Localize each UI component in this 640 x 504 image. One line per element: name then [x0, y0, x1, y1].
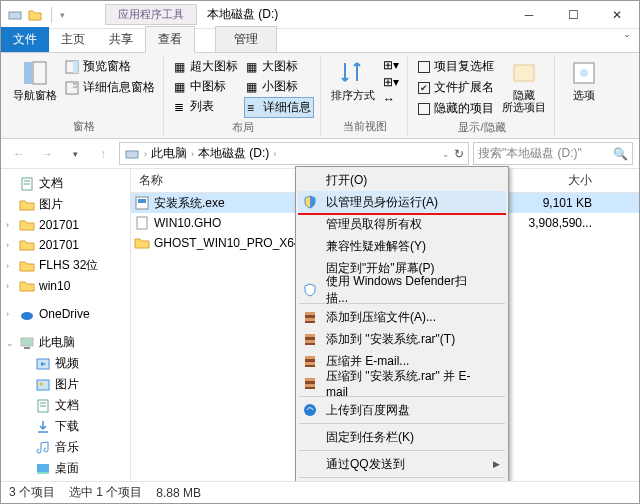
tab-view[interactable]: 查看 [145, 26, 195, 53]
refresh-button[interactable]: ↻ [454, 147, 464, 161]
menu-item[interactable]: 通过QQ发送到▶ [298, 453, 506, 475]
folder-icon [19, 217, 35, 233]
menu-item[interactable]: 打开(O) [298, 169, 506, 191]
options-button[interactable]: 选项 [563, 57, 605, 103]
shield-icon [302, 194, 318, 210]
menu-item[interactable]: 兼容性疑难解答(Y) [298, 235, 506, 257]
layout-details-button[interactable]: ≡详细信息 [244, 97, 314, 118]
addr-dropdown-icon[interactable]: ⌄ [442, 149, 450, 159]
svg-rect-25 [37, 472, 49, 474]
svg-rect-4 [73, 61, 78, 73]
menu-item[interactable]: 固定到任务栏(K) [298, 426, 506, 448]
tree-item[interactable]: ›FLHS 32位 [1, 255, 130, 276]
file-extensions-toggle[interactable]: 文件扩展名 [416, 78, 496, 97]
layout-s-button[interactable]: ▦小图标 [244, 77, 314, 96]
tree-item-label: 下载 [55, 418, 79, 435]
ribbon-collapse-button[interactable]: ˇ [615, 30, 639, 52]
tree-item[interactable]: 音乐 [1, 437, 130, 458]
search-input[interactable]: 搜索"本地磁盘 (D:)" 🔍 [473, 142, 633, 165]
layout-xl-button[interactable]: ▦超大图标 [172, 57, 240, 76]
svg-rect-32 [305, 318, 315, 321]
preview-pane-button[interactable]: 预览窗格 [63, 57, 157, 76]
tree-item[interactable]: ›OneDrive [1, 304, 130, 324]
gho-icon [134, 215, 150, 231]
menu-item[interactable]: 以管理员身份运行(A) [298, 191, 506, 213]
qat-dropdown-icon[interactable]: ▾ [60, 10, 65, 20]
tree-item[interactable]: 图片 [1, 194, 130, 215]
groupby-button[interactable]: ⊞▾ [381, 57, 401, 73]
close-button[interactable]: ✕ [595, 1, 639, 29]
submenu-arrow-icon: ▶ [493, 459, 500, 469]
options-icon [570, 59, 598, 87]
svg-rect-16 [21, 338, 33, 346]
ribbon: 导航窗格 预览窗格 详细信息窗格 窗格 ▦超大图标 ▦中图标 ≣列表 ▦大图标 … [1, 53, 639, 139]
menu-item-label: 固定到任务栏(K) [326, 429, 414, 446]
tab-share[interactable]: 共享 [97, 27, 145, 52]
breadcrumb[interactable]: › 此电脑 › 本地磁盘 (D:) › ⌄ ↻ [119, 142, 469, 165]
tree-item[interactable]: 文档 [1, 173, 130, 194]
navigation-pane-button[interactable]: 导航窗格 [11, 57, 59, 103]
hide-selected-button[interactable]: 隐藏 所选项目 [500, 57, 548, 115]
preview-icon [65, 60, 79, 74]
sizecols-button[interactable]: ↔ [381, 91, 401, 107]
maximize-button[interactable]: ☐ [551, 1, 595, 29]
svg-rect-37 [305, 356, 315, 359]
menu-item[interactable]: 管理员取得所有权 [298, 213, 506, 235]
details-pane-icon [65, 81, 79, 95]
tree-item[interactable]: ⌄此电脑 [1, 332, 130, 353]
baidu-icon [302, 402, 318, 418]
layout-m-button[interactable]: ▦中图标 [172, 77, 240, 96]
menu-item[interactable]: 添加到压缩文件(A)... [298, 306, 506, 328]
tab-manage[interactable]: 管理 [215, 26, 277, 52]
menu-item[interactable]: 使用 Windows Defender扫描... [298, 279, 506, 301]
forward-button[interactable]: → [35, 142, 59, 166]
tree-item-label: OneDrive [39, 307, 90, 321]
layout-l-button[interactable]: ▦大图标 [244, 57, 314, 76]
sort-icon [339, 59, 367, 87]
hidden-items-toggle[interactable]: 隐藏的项目 [416, 99, 496, 118]
recent-button[interactable]: ▾ [63, 142, 87, 166]
address-bar: ← → ▾ ↑ › 此电脑 › 本地磁盘 (D:) › ⌄ ↻ 搜索"本地磁盘 … [1, 139, 639, 169]
svg-rect-35 [305, 340, 315, 343]
folder-tree[interactable]: 文档图片›201701›201701›FLHS 32位›win10›OneDri… [1, 169, 131, 481]
doc-icon [19, 176, 35, 192]
svg-rect-17 [24, 347, 30, 349]
col-size[interactable]: 大小 [521, 172, 601, 189]
addcolumns-button[interactable]: ⊞▾ [381, 74, 401, 90]
crumb-pc[interactable]: 此电脑 [151, 145, 187, 162]
shield2-icon [302, 282, 318, 298]
svg-point-42 [304, 404, 316, 416]
tree-item[interactable]: 下载 [1, 416, 130, 437]
menu-item[interactable]: 上传到百度网盘 [298, 399, 506, 421]
svg-rect-40 [305, 378, 315, 381]
pc-icon [19, 335, 35, 351]
item-checkboxes-toggle[interactable]: 项目复选框 [416, 57, 496, 76]
tree-item-label: 201701 [39, 218, 79, 232]
back-button[interactable]: ← [7, 142, 31, 166]
folder-icon [134, 235, 150, 251]
tree-item[interactable]: ›201701 [1, 235, 130, 255]
tab-file[interactable]: 文件 [1, 27, 49, 52]
tab-home[interactable]: 主页 [49, 27, 97, 52]
details-pane-button[interactable]: 详细信息窗格 [63, 78, 157, 97]
tree-item[interactable]: ›201701 [1, 215, 130, 235]
layout-list-button[interactable]: ≣列表 [172, 97, 240, 116]
crumb-drive[interactable]: 本地磁盘 (D:) [198, 145, 269, 162]
menu-item[interactable]: 压缩到 "安装系统.rar" 并 E-mail [298, 372, 506, 394]
minimize-button[interactable]: ─ [507, 1, 551, 29]
tree-item[interactable]: 桌面 [1, 458, 130, 479]
menu-item[interactable]: 添加到 "安装系统.rar"(T) [298, 328, 506, 350]
file-size: 9,101 KB [522, 196, 600, 210]
menu-item-label: 上传到百度网盘 [326, 402, 410, 419]
tree-item[interactable]: 文档 [1, 395, 130, 416]
tree-item[interactable]: 图片 [1, 374, 130, 395]
menu-item-label: 使用 Windows Defender扫描... [326, 273, 488, 307]
svg-rect-24 [37, 464, 49, 472]
folder-yellow-icon [27, 7, 43, 23]
up-button[interactable]: ↑ [91, 142, 115, 166]
tree-item[interactable]: 视频 [1, 353, 130, 374]
tree-item-label: 此电脑 [39, 334, 75, 351]
tree-item[interactable]: ›win10 [1, 276, 130, 296]
sort-button[interactable]: 排序方式 [329, 57, 377, 103]
desk-icon [35, 461, 51, 477]
